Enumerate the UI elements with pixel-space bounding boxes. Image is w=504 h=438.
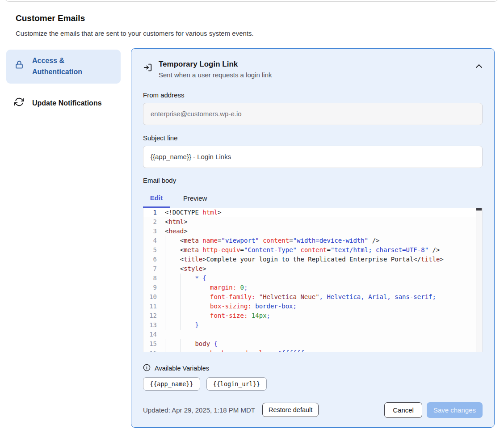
- tab-edit[interactable]: Edit: [143, 190, 170, 208]
- sidebar-item-access-authentication[interactable]: Access & Authentication: [6, 50, 121, 84]
- line-number: 12: [143, 311, 157, 320]
- line-number: 2: [143, 217, 157, 227]
- code-line: 11 box-sizing: border-box;: [143, 302, 482, 311]
- email-body-tabs: Edit Preview: [143, 190, 483, 208]
- code-lines: 1<!DOCTYPE html>2<html>3<head>4 <meta na…: [143, 208, 482, 352]
- code-editor[interactable]: 1<!DOCTYPE html>2<html>3<head>4 <meta na…: [143, 208, 483, 352]
- temporary-login-link-panel: Temporary Login Link Sent when a user re…: [131, 48, 495, 428]
- tab-preview[interactable]: Preview: [181, 190, 210, 208]
- line-number: 14: [143, 330, 157, 339]
- code-line: 9 margin: 0;: [143, 283, 482, 292]
- code-line: 2<html>: [143, 217, 482, 227]
- code-line: 13 }: [143, 320, 482, 330]
- sidebar-item-update-notifications[interactable]: Update Notifications: [6, 93, 121, 115]
- line-number: 15: [143, 339, 157, 349]
- lock-icon: [14, 60, 24, 73]
- code-line: 14: [143, 330, 482, 339]
- code-line: 3<head>: [143, 227, 482, 236]
- variable-chips: {{app_name}}{{login_url}}: [143, 377, 483, 391]
- code-line: 16 background-color: #ffffff;: [143, 349, 482, 352]
- email-types-sidebar: Access & Authentication Update Notificat…: [6, 50, 121, 114]
- subject-line-input[interactable]: [143, 146, 483, 168]
- log-in-icon: [143, 63, 153, 74]
- line-number: 7: [143, 264, 157, 274]
- line-number: 11: [143, 302, 157, 311]
- panel-header-text: Temporary Login Link Sent when a user re…: [159, 59, 272, 79]
- page-description: Customize the emails that are sent to yo…: [16, 29, 254, 37]
- code-line: 4 <meta name="viewport" content="width=d…: [143, 236, 482, 245]
- line-number: 10: [143, 292, 157, 302]
- info-icon: [143, 364, 151, 373]
- line-number: 9: [143, 283, 157, 292]
- line-number: 5: [143, 245, 157, 255]
- line-number: 4: [143, 236, 157, 245]
- line-number: 16: [143, 349, 157, 352]
- save-changes-button[interactable]: Save changes: [427, 402, 483, 418]
- code-line: 12 font-size: 14px;: [143, 311, 482, 320]
- email-body-label: Email body: [143, 177, 483, 184]
- editor-scrollbar-thumb[interactable]: [476, 208, 482, 211]
- panel-title: Temporary Login Link: [159, 59, 272, 70]
- code-line: 1<!DOCTYPE html>: [143, 208, 482, 217]
- line-number: 3: [143, 227, 157, 236]
- line-number: 8: [143, 274, 157, 283]
- line-number: 1: [143, 208, 157, 217]
- collapse-panel-button[interactable]: [475, 63, 483, 70]
- panel-header: Temporary Login Link Sent when a user re…: [143, 59, 483, 79]
- refresh-icon: [14, 97, 24, 110]
- sidebar-item-label: Access & Authentication: [32, 55, 113, 78]
- editor-scrollbar-track[interactable]: [476, 208, 482, 352]
- panel-subtitle: Sent when a user requests a login link: [159, 71, 272, 79]
- line-number: 6: [143, 255, 157, 264]
- code-line: 5 <meta http-equiv="Content-Type" conten…: [143, 245, 482, 255]
- updated-timestamp: Updated: Apr 29, 2025, 1:18 PM MDT: [143, 406, 255, 414]
- code-line: 8 * {: [143, 274, 482, 283]
- subject-line-label: Subject line: [143, 134, 483, 142]
- chevron-up-icon: [475, 63, 483, 70]
- panel-footer: Updated: Apr 29, 2025, 1:18 PM MDT Resto…: [143, 402, 483, 418]
- variable-chip[interactable]: {{login_url}}: [206, 377, 267, 391]
- available-variables-label: Available Variables: [155, 365, 209, 372]
- line-number: 13: [143, 320, 157, 330]
- code-line: 10 font-family: "Helvetica Neue", Helvet…: [143, 292, 482, 302]
- from-address-input[interactable]: [143, 103, 483, 125]
- previous-card-bottom-edge: [4, 0, 499, 2]
- code-line: 15 body {: [143, 339, 482, 349]
- code-line: 7 <style>: [143, 264, 482, 274]
- variable-chip[interactable]: {{app_name}}: [143, 377, 200, 391]
- page-title: Customer Emails: [16, 13, 85, 23]
- cancel-button[interactable]: Cancel: [384, 402, 422, 418]
- available-variables-header: Available Variables: [143, 364, 483, 373]
- restore-default-button[interactable]: Restore default: [262, 403, 319, 417]
- code-line: 6 <title>Complete your login to the Repl…: [143, 255, 482, 264]
- from-address-label: From address: [143, 91, 483, 99]
- sidebar-item-label: Update Notifications: [32, 98, 102, 109]
